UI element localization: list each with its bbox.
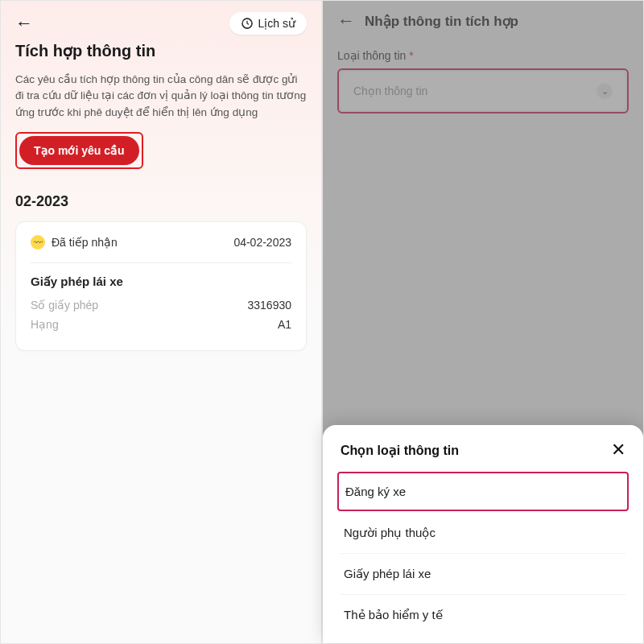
card-date: 04-02-2023 <box>233 236 291 249</box>
history-button[interactable]: Lịch sử <box>229 12 307 35</box>
sheet-header: Chọn loại thông tin ✕ <box>341 441 625 459</box>
request-card[interactable]: 〰 Đã tiếp nhận 04-02-2023 Giấy phép lái … <box>15 221 307 351</box>
history-label: Lịch sử <box>258 17 295 30</box>
bottom-sheet: Chọn loại thông tin ✕ Đăng ký xe Người p… <box>323 425 643 643</box>
sheet-title: Chọn loại thông tin <box>341 443 459 458</box>
create-request-button[interactable]: Tạo mới yêu cầu <box>19 136 139 165</box>
history-icon <box>241 17 254 30</box>
row-label: Số giấy phép <box>31 299 98 312</box>
card-title: Giấy phép lái xe <box>31 275 291 289</box>
option-health-insurance[interactable]: Thẻ bảo hiểm y tế <box>341 595 625 635</box>
screen-enter-integration: ← Nhập thông tin tích hợp Loại thông tin… <box>322 0 644 644</box>
card-row-license-number: Số giấy phép 3316930 <box>31 299 291 312</box>
row-value: 3316930 <box>247 299 291 312</box>
header: ← Lịch sử <box>15 12 307 35</box>
card-divider <box>31 262 291 263</box>
card-row-class: Hạng A1 <box>31 318 291 331</box>
cta-highlight-box: Tạo mới yêu cầu <box>15 132 143 169</box>
card-header: 〰 Đã tiếp nhận 04-02-2023 <box>31 235 291 250</box>
status-icon: 〰 <box>31 235 45 250</box>
status-text: Đã tiếp nhận <box>52 236 118 249</box>
row-value: A1 <box>278 318 291 331</box>
row-label: Hạng <box>31 318 59 331</box>
close-icon[interactable]: ✕ <box>611 441 625 459</box>
option-vehicle-registration[interactable]: Đăng ký xe <box>337 472 629 511</box>
page-title: Tích hợp thông tin <box>15 41 307 60</box>
page-description: Các yêu cầu tích hợp thông tin của công … <box>15 72 307 121</box>
option-driver-license[interactable]: Giấy phép lái xe <box>341 554 625 595</box>
back-icon[interactable]: ← <box>15 14 33 32</box>
status: 〰 Đã tiếp nhận <box>31 235 118 250</box>
month-heading: 02-2023 <box>15 193 307 210</box>
screen-integration-list: ← Lịch sử Tích hợp thông tin Các yêu cầu… <box>0 0 322 644</box>
option-dependent[interactable]: Người phụ thuộc <box>341 513 625 554</box>
